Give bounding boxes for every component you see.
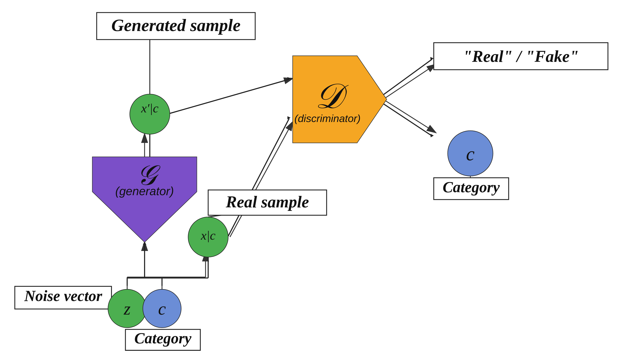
real-sample-text: Real sample [226, 193, 309, 211]
noise-z-label: z [124, 299, 131, 318]
svg-line-11 [383, 99, 436, 132]
svg-marker-31 [430, 134, 434, 137]
real-fake-text: "Real" / "Fake" [463, 47, 579, 66]
generator-sub-label: (generator) [115, 184, 174, 198]
discriminator-sub-label: (discriminator) [294, 113, 360, 124]
svg-line-24 [167, 79, 289, 114]
noise-vector-text: Noise vector [24, 287, 102, 304]
svg-line-10 [383, 65, 436, 99]
svg-line-30 [380, 102, 432, 136]
diagram-container: 𝒢 (generator) 𝒟 (discriminator) x′|c Gen… [0, 0, 644, 351]
generated-sample-label: x′|c [141, 101, 158, 115]
svg-line-8 [230, 122, 293, 237]
category-bottom-label: c [158, 299, 166, 318]
generated-sample-text: Generated sample [111, 16, 240, 35]
category-right-text: Category [443, 179, 500, 196]
category-bottom-text: Category [134, 330, 192, 347]
svg-line-28 [380, 59, 432, 97]
svg-line-26 [228, 119, 289, 236]
real-sample-label: x|c [201, 228, 216, 242]
category-right-label: c [466, 143, 475, 165]
